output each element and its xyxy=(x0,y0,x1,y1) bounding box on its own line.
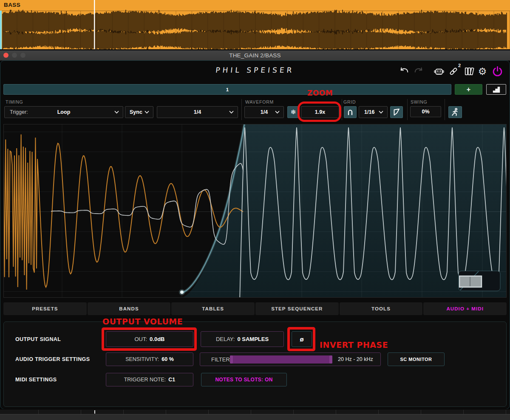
runner-icon xyxy=(450,107,460,117)
timeline-tick xyxy=(38,410,39,414)
timeline-tick xyxy=(81,410,81,414)
tab-tables[interactable]: TABLES xyxy=(171,302,255,315)
delay-value: 0 SAMPLES xyxy=(237,336,269,342)
power-icon xyxy=(492,65,503,77)
redo-icon xyxy=(414,66,424,76)
trigger-note-value: C1 xyxy=(168,377,175,383)
trigger-prefix-label: Trigger: xyxy=(10,109,28,115)
link-icon xyxy=(448,66,459,76)
sync-mode-dropdown[interactable]: Sync xyxy=(125,106,153,118)
section-divider xyxy=(407,99,408,120)
waveform-section-label: WAVEFORM xyxy=(245,99,274,104)
daw-bottom-bar xyxy=(0,414,510,420)
assistant-button[interactable] xyxy=(433,65,445,77)
tab-presets[interactable]: PRESETS xyxy=(3,302,87,315)
sequence-slot-bar[interactable]: 1 xyxy=(3,84,451,95)
timeline-tick xyxy=(208,410,209,414)
swing-value-box[interactable]: 0% xyxy=(410,106,441,117)
sc-monitor-label: SC MONITOR xyxy=(400,357,432,362)
filter-box[interactable]: FILTER 20 Hz - 20 kHz xyxy=(200,352,381,366)
manual-button[interactable] xyxy=(463,65,475,77)
timeline-tick xyxy=(378,410,379,414)
screenshot-root: BASS THE_GAIN 2/BASS PHIL SPEISER xyxy=(0,0,510,420)
add-slot-button[interactable]: + xyxy=(455,84,482,95)
link-button[interactable] xyxy=(448,66,459,76)
mini-playhead xyxy=(94,410,95,414)
chevron-down-icon xyxy=(229,111,234,114)
delay-prefix: DELAY: xyxy=(216,336,235,342)
waveform-rate-value: 1/4 xyxy=(261,109,268,115)
filter-label: FILTER xyxy=(211,356,230,363)
annotation-invert-phase-rect xyxy=(287,327,315,351)
grid-rate-value: 1/16 xyxy=(364,109,374,115)
undo-icon xyxy=(399,66,409,76)
waveform-display[interactable] xyxy=(3,124,507,299)
timeline-tick xyxy=(336,410,336,414)
display-minimap xyxy=(459,271,500,291)
sync-mode-value: Sync xyxy=(130,109,142,115)
power-button[interactable] xyxy=(491,65,503,78)
annotation-invert-phase-text: INVERT PHASE xyxy=(320,340,388,350)
timing-section-label: TIMING xyxy=(6,99,23,104)
annotation-zoom-text: ZOOM xyxy=(299,89,341,97)
tab-tools[interactable]: TOOLS xyxy=(340,302,423,315)
tab-step-sequencer[interactable]: STEP SEQUENCER xyxy=(255,302,339,315)
waveform-rate-dropdown[interactable]: 1/4 xyxy=(244,106,284,118)
snap-magnet-button[interactable] xyxy=(344,106,357,118)
chevron-down-icon xyxy=(275,111,280,114)
annotation-zoom-rect xyxy=(298,101,341,122)
window-title: THE_GAIN 2/BASS xyxy=(0,51,510,60)
tab-audio-midi[interactable]: AUDIO + MIDI xyxy=(423,302,507,315)
humanize-button[interactable] xyxy=(448,106,462,118)
robot-icon xyxy=(433,65,445,77)
sequence-slot-number: 1 xyxy=(226,87,229,92)
sc-monitor-button[interactable]: SC MONITOR xyxy=(388,352,445,366)
swing-section-label: SWING xyxy=(411,99,428,104)
chevron-down-icon xyxy=(144,111,149,114)
settings-button[interactable]: ⚙ xyxy=(477,66,488,77)
chevron-down-icon xyxy=(114,111,119,114)
stairs-icon xyxy=(491,85,502,94)
delay-samples-box[interactable]: DELAY: 0 SAMPLES xyxy=(201,331,284,347)
trigger-note-box[interactable]: TRIGGER NOTE: C1 xyxy=(106,373,193,386)
tab-bands[interactable]: BANDS xyxy=(88,302,171,315)
audio-trigger-settings-label: AUDIO TRIGGER SETTINGS xyxy=(15,356,90,362)
daw-audio-clip[interactable]: BASS xyxy=(0,0,510,50)
annotation-output-volume-text: OUTPUT VOLUME xyxy=(102,317,183,326)
swing-value: 0% xyxy=(422,109,429,115)
midi-settings-label: MIDI SETTINGS xyxy=(15,377,57,383)
sensitivity-prefix: SENSITIVITY: xyxy=(125,356,159,362)
filter-low-handle[interactable] xyxy=(230,355,233,364)
annotation-output-volume-rect xyxy=(102,327,197,351)
chevron-down-icon xyxy=(379,111,383,114)
timeline-tick xyxy=(463,410,464,414)
brand-logo: PHIL SPEISER xyxy=(187,66,323,74)
notes-to-slots-toggle[interactable]: NOTES TO SLOTS: ON xyxy=(201,373,287,386)
timing-rate-dropdown[interactable]: 1/4 xyxy=(157,106,238,118)
timeline-tick xyxy=(506,410,506,414)
trigger-mode-value: Loop xyxy=(57,109,71,115)
gear-icon: ⚙ xyxy=(478,67,487,76)
filter-range-slider[interactable] xyxy=(230,355,332,364)
sensitivity-box[interactable]: SENSITIVITY: 60 % xyxy=(106,352,193,366)
timeline-tick xyxy=(251,410,251,414)
trigger-mode-dropdown[interactable]: Trigger: Loop xyxy=(4,106,123,118)
section-divider xyxy=(445,99,445,120)
undo-button[interactable] xyxy=(399,66,410,76)
timeline-tick xyxy=(421,410,421,414)
timeline-tick xyxy=(123,410,124,414)
timeline-tick xyxy=(293,410,294,414)
sequence-steps-button[interactable] xyxy=(486,84,506,95)
redo-button[interactable] xyxy=(413,66,424,76)
grid-rate-dropdown[interactable]: 1/16 xyxy=(359,106,388,118)
marker-flag-button[interactable] xyxy=(390,106,403,118)
trigger-note-prefix: TRIGGER NOTE: xyxy=(124,377,166,383)
filter-high-handle[interactable] xyxy=(329,355,332,364)
filter-range-value: 20 Hz - 20 kHz xyxy=(338,356,373,362)
timing-rate-value: 1/4 xyxy=(194,109,201,115)
section-divider xyxy=(241,99,242,120)
snowflake-icon: ❄ xyxy=(291,109,296,116)
timeline-tick xyxy=(166,410,166,414)
section-divider xyxy=(342,99,342,120)
sensitivity-value: 60 % xyxy=(162,356,174,362)
